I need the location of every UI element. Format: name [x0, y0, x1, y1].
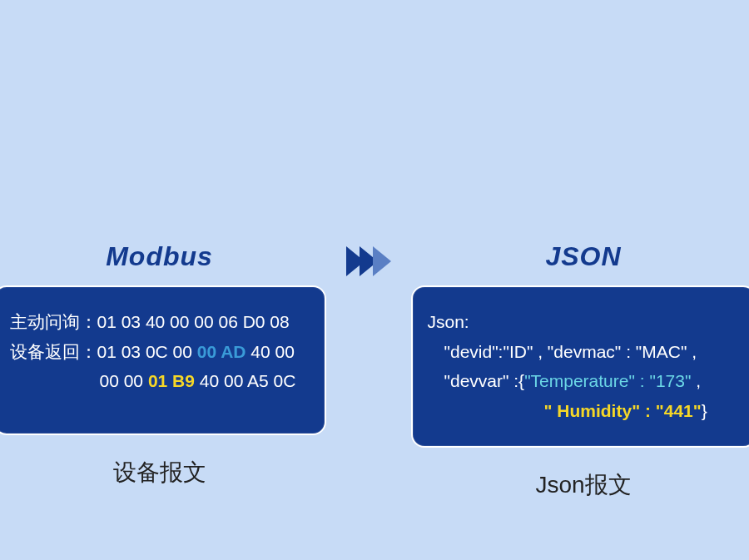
- json-column: JSON Json: "devid":"ID" , "devmac" : "MA…: [411, 241, 750, 501]
- modbus-heading: Modbus: [106, 241, 213, 272]
- query-row: 主动问询： 01 03 40 00 00 06 D0 08: [10, 307, 310, 337]
- json-panel: Json: "devid":"ID" , "devmac" : "MAC" , …: [411, 285, 750, 448]
- response-bytes-1: 01 03 0C 00 00 AD 40 00: [97, 337, 310, 367]
- resp2-part1: 00 00: [100, 371, 148, 390]
- json-heading: JSON: [545, 241, 621, 272]
- arrow-icon: [346, 246, 391, 276]
- json-devvar-open: "devvar" :{: [444, 371, 525, 390]
- resp-part2: 40 00: [246, 342, 295, 361]
- modbus-panel: 主动问询： 01 03 40 00 00 06 D0 08 设备返回： 01 0…: [0, 285, 326, 435]
- modbus-caption: 设备报文: [113, 457, 206, 488]
- json-header: Json:: [428, 307, 740, 337]
- modbus-column: Modbus 主动问询： 01 03 40 00 00 06 D0 08 设备返…: [0, 241, 326, 488]
- json-line-3: " Humidity" : "441"}: [428, 396, 740, 426]
- resp-highlight-blue: 00 AD: [197, 342, 246, 361]
- response-row-1: 设备返回： 01 03 0C 00 00 AD 40 00: [10, 337, 310, 367]
- json-line-1: "devid":"ID" , "devmac" : "MAC" ,: [428, 337, 740, 367]
- chevron-right-icon: [373, 246, 391, 276]
- query-label: 主动问询：: [10, 307, 97, 337]
- json-temperature: "Temperature" : "173": [524, 371, 691, 390]
- json-caption: Json报文: [535, 469, 631, 501]
- resp2-part2: 40 00 A5 0C: [195, 371, 295, 390]
- response-bytes-2: 00 00 01 B9 40 00 A5 0C: [100, 366, 310, 396]
- query-bytes: 01 03 40 00 00 06 D0 08: [97, 307, 310, 337]
- resp-part1: 01 03 0C 00: [97, 342, 197, 361]
- diagram-row: Modbus 主动问询： 01 03 40 00 00 06 D0 08 设备返…: [0, 241, 749, 501]
- json-comma: ,: [691, 371, 701, 390]
- resp-highlight-yellow: 01 B9: [148, 371, 195, 390]
- json-humidity: " Humidity" : "441": [544, 401, 702, 420]
- json-line-2: "devvar" :{"Temperature" : "173" ,: [428, 366, 740, 396]
- response-label: 设备返回：: [10, 337, 97, 367]
- response-row-2: 00 00 01 B9 40 00 A5 0C: [10, 366, 310, 396]
- json-close: }: [702, 401, 707, 420]
